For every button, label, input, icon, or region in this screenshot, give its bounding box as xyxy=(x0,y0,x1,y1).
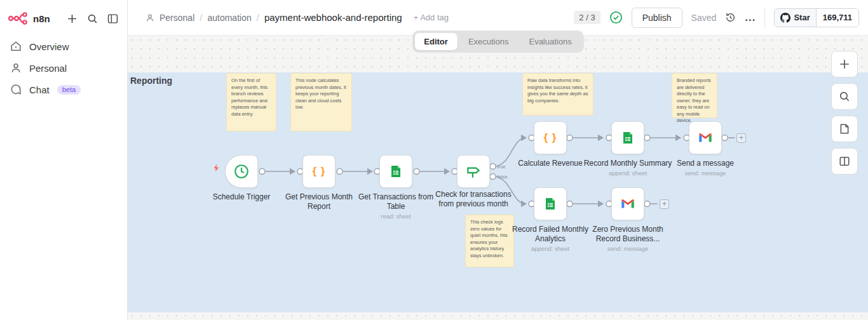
github-star-count: 169,711 xyxy=(816,9,858,27)
zap-icon xyxy=(212,164,220,172)
breadcrumb-separator: / xyxy=(257,12,259,23)
code-braces-icon: { } xyxy=(313,165,326,178)
node-send-a-message[interactable] xyxy=(689,121,722,154)
sidebar-item-personal[interactable]: Personal xyxy=(0,57,127,79)
n8n-logo[interactable]: n8n xyxy=(8,10,50,27)
gmail-icon xyxy=(620,196,636,212)
node-schedule-trigger[interactable] xyxy=(225,155,258,188)
github-star-widget[interactable]: Star 169,711 xyxy=(774,8,859,27)
sidebar-item-chat[interactable]: Chat beta xyxy=(0,79,127,100)
tab-evaluations[interactable]: Evaluations xyxy=(519,33,581,50)
note-icon xyxy=(839,123,850,135)
ellipsis-icon: ... xyxy=(745,11,756,24)
code-braces-icon: { } xyxy=(544,131,557,144)
sticky-note-button[interactable] xyxy=(831,116,858,142)
header-divider xyxy=(764,8,765,27)
history-button[interactable] xyxy=(725,12,736,23)
github-star-label: Star xyxy=(794,13,810,22)
n8n-app: n8n Overview Personal xyxy=(0,0,868,320)
home-icon xyxy=(10,41,22,52)
sidebar-item-label: Chat xyxy=(29,84,50,95)
sidebar-item-label: Overview xyxy=(29,41,69,52)
node-get-transactions-from-table[interactable] xyxy=(379,155,412,188)
panel-icon xyxy=(839,156,850,167)
node-record-monthly-summary[interactable] xyxy=(611,121,644,154)
node-get-previous-month-report[interactable]: { } xyxy=(302,155,336,188)
sticky-note[interactable]: This node calculates previous month date… xyxy=(290,73,352,131)
sticky-note[interactable]: Branded reports are delivered directly t… xyxy=(672,73,717,118)
history-icon xyxy=(725,12,736,23)
sidebar-nav: Overview Personal Chat beta xyxy=(0,36,127,100)
workflow-tabs: Editor Executions Evaluations xyxy=(412,30,583,53)
breadcrumb: Personal / automation / payment-webhook-… xyxy=(146,12,449,23)
workflow-name[interactable]: payment-webhook-and-reporting xyxy=(264,12,402,23)
sidebar: n8n Overview Personal xyxy=(0,0,128,320)
github-icon xyxy=(780,13,790,23)
search-icon xyxy=(87,13,98,24)
breadcrumb-project[interactable]: Personal xyxy=(159,13,194,23)
check-circle-icon[interactable] xyxy=(609,11,623,24)
sticky-note[interactable]: Raw data transforms into insights like s… xyxy=(522,73,593,116)
collapse-sidebar-button[interactable] xyxy=(107,13,118,24)
clock-icon xyxy=(233,163,250,180)
person-icon xyxy=(10,62,22,74)
beta-badge: beta xyxy=(57,85,81,95)
project-person-icon xyxy=(146,13,154,22)
search-icon xyxy=(839,91,850,102)
breadcrumb-separator: / xyxy=(200,12,202,23)
node-zero-previous-month[interactable] xyxy=(611,187,644,220)
canvas-toolbar xyxy=(831,51,858,175)
gmail-icon xyxy=(697,130,714,146)
tab-executions[interactable]: Executions xyxy=(459,33,519,50)
node-calculate-revenue[interactable]: { } xyxy=(534,121,567,154)
google-sheets-icon xyxy=(543,196,558,211)
sticky-note[interactable]: On the first of every month, this branch… xyxy=(226,73,276,131)
google-sheets-icon xyxy=(388,164,403,179)
zoom-search-button[interactable] xyxy=(831,83,858,110)
tab-editor[interactable]: Editor xyxy=(414,33,458,50)
google-sheets-icon xyxy=(620,130,635,145)
n8n-logo-icon xyxy=(8,10,29,27)
node-record-failed-monthly-analytics[interactable] xyxy=(534,187,567,220)
publish-button[interactable]: Publish xyxy=(632,8,682,28)
add-node-endpoint[interactable]: + xyxy=(736,133,746,143)
if-signpost-icon xyxy=(465,163,482,180)
split-panel-button[interactable] xyxy=(831,148,858,175)
sticky-note[interactable]: This check logs zero values for quiet mo… xyxy=(465,215,514,267)
search-button[interactable] xyxy=(87,13,98,24)
add-node-button[interactable] xyxy=(831,51,858,77)
setup-steps-badge[interactable]: 2 / 3 xyxy=(574,11,600,24)
new-workflow-button[interactable] xyxy=(67,13,78,24)
node-check-for-transactions[interactable] xyxy=(457,155,490,188)
plus-icon xyxy=(839,58,850,70)
more-options-button[interactable]: ... xyxy=(745,11,756,24)
add-node-endpoint[interactable]: + xyxy=(660,199,669,209)
chat-icon xyxy=(10,84,22,95)
saved-status: Saved xyxy=(691,13,717,23)
breadcrumb-folder[interactable]: automation xyxy=(207,13,251,23)
sidebar-item-label: Personal xyxy=(29,63,67,74)
panel-toggle-icon xyxy=(107,13,118,24)
plus-icon xyxy=(67,13,78,24)
add-tag-button[interactable]: + Add tag xyxy=(414,13,449,22)
logo-text: n8n xyxy=(33,13,50,24)
sidebar-item-overview[interactable]: Overview xyxy=(0,36,127,57)
workflow-canvas[interactable]: Reporting xyxy=(128,36,868,320)
